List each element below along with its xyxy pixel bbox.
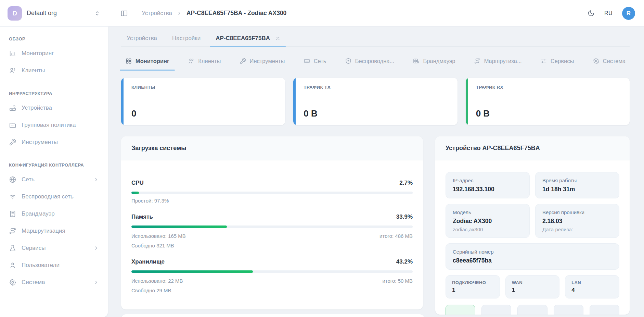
org-name: Default org <box>27 10 94 17</box>
firewall-doc-icon <box>9 210 16 218</box>
sidebar-nav: ОБЗОР Мониторинг Клиенты ИНФРАСТРУКТУРА … <box>0 27 108 291</box>
services-flask-icon <box>9 244 16 252</box>
nav-section-controller-config: КОНФИГУРАЦИЯ КОНТРОЛЛЕРА Сеть Беспроводн… <box>0 162 108 291</box>
sidebar-item-network[interactable]: Сеть <box>0 171 108 188</box>
content: Устройства Настройки AP-C8EEA65F75BA Мон… <box>108 27 644 317</box>
metric-percent: 43.2% <box>396 258 413 265</box>
info-label: Серийный номер <box>453 249 612 255</box>
close-icon[interactable] <box>275 36 280 41</box>
sidebar-item-label: Групповая политика <box>22 122 99 129</box>
sidebar-item-tools[interactable]: Инструменты <box>0 134 108 151</box>
tab-device-detail[interactable]: AP-C8EEA65F75BA <box>214 32 282 46</box>
sidebar-item-label: Сеть <box>22 176 88 183</box>
port-chip-inactive[interactable] <box>517 305 547 315</box>
next-panel-peek <box>121 314 424 317</box>
subtab-network[interactable]: Сеть <box>303 53 327 70</box>
wifi-icon <box>9 193 16 200</box>
dark-mode-moon-icon[interactable] <box>588 10 595 17</box>
group-policy-folder-icon <box>9 121 16 129</box>
subtab-label: Беспроводна... <box>355 58 395 64</box>
sidebar-item-label: Инструменты <box>22 139 99 146</box>
stat-accent-bar <box>293 78 296 125</box>
port-card-wan: WAN 1 <box>505 275 560 298</box>
system-gear-icon <box>9 279 16 286</box>
sidebar: D Default org ОБЗОР Мониторинг Клиенты <box>0 0 108 317</box>
port-chip-inactive[interactable] <box>590 305 619 315</box>
subtab-label: Брандмауэр <box>423 58 455 64</box>
sidebar-item-monitoring[interactable]: Мониторинг <box>0 45 108 62</box>
sidebar-item-system[interactable]: Система <box>0 274 108 291</box>
port-chips-row <box>446 305 619 315</box>
sidebar-item-wireless[interactable]: Беспроводная сеть <box>0 188 108 205</box>
sidebar-item-label: Клиенты <box>22 67 99 74</box>
sidebar-item-label: Маршрутизация <box>22 228 99 234</box>
breadcrumb: Устройства AP-C8EEA65F75BA - Zodiac AX30… <box>142 10 588 17</box>
nav-section-title: ОБЗОР <box>0 36 108 41</box>
nav-section-title: ИНФРАСТРУКТУРА <box>0 91 108 96</box>
subtab-bar: Мониторинг Клиенты Инструменты Сеть Бесп… <box>121 53 630 70</box>
tab-devices[interactable]: Устройства <box>125 32 158 46</box>
subtab-monitoring[interactable]: Мониторинг <box>125 53 170 70</box>
subtab-wireless[interactable]: Беспроводна... <box>344 53 395 70</box>
subtab-label: Сеть <box>314 58 326 64</box>
chevrons-up-down-icon <box>94 10 100 16</box>
sidebar-item-devices[interactable]: Устройства <box>0 99 108 117</box>
sidebar-item-services[interactable]: Сервисы <box>0 240 108 257</box>
metric-cpu: CPU 2.7% Простой: 97.3% <box>131 180 413 204</box>
app-root: D Default org ОБЗОР Мониторинг Клиенты <box>0 0 644 317</box>
sidebar-item-routing[interactable]: Маршрутизация <box>0 222 108 240</box>
info-label: Модель <box>453 209 523 215</box>
subtab-firewall[interactable]: Брандмауэр <box>412 53 456 70</box>
progress-bar-fill <box>131 270 253 273</box>
progress-bar-track <box>131 192 413 194</box>
tab-label: Настройки <box>172 35 201 42</box>
language-switcher[interactable]: RU <box>604 10 613 16</box>
firewall-icon <box>413 58 420 64</box>
sidebar-item-firewall[interactable]: Брандмауэр <box>0 205 108 222</box>
port-value: 1 <box>452 287 493 294</box>
sidebar-item-group-policy[interactable]: Групповая политика <box>0 117 108 134</box>
metric-name: CPU <box>131 180 144 186</box>
sidebar-item-users[interactable]: Пользователи <box>0 257 108 274</box>
metric-percent: 2.7% <box>399 180 413 186</box>
info-sub: zodiac,ax300 <box>453 227 523 232</box>
subtab-system[interactable]: Система <box>592 53 626 70</box>
sidebar-toggle-icon[interactable] <box>120 10 128 17</box>
port-chip-inactive[interactable] <box>481 305 511 315</box>
sidebar-item-label: Брандмауэр <box>22 210 99 217</box>
info-card-ip: IP-адрес 192.168.33.100 <box>446 172 530 198</box>
metric-free: Свободно 321 MB <box>131 243 413 248</box>
subtab-services[interactable]: Сервисы <box>540 53 575 70</box>
subtab-label: Сервисы <box>551 58 574 64</box>
panel-header: Устройство AP-C8EEA65F75BA <box>435 136 630 160</box>
user-avatar[interactable]: R <box>622 7 635 20</box>
tab-settings[interactable]: Настройки <box>171 32 202 46</box>
subtab-tools[interactable]: Инструменты <box>239 53 286 70</box>
dashboard-grid-icon <box>125 58 132 64</box>
breadcrumb-parent[interactable]: Устройства <box>142 10 172 17</box>
chevron-right-icon <box>93 280 99 285</box>
panel-body: CPU 2.7% Простой: 97.3% Память 33.9% <box>121 160 423 309</box>
topbar-actions: RU R <box>588 7 635 20</box>
routing-icon <box>474 58 481 64</box>
org-selector[interactable]: D Default org <box>0 0 108 27</box>
tools-wrench-icon <box>9 138 16 146</box>
stat-card-traffic-tx: ТРАФИК TX 0 B <box>293 78 457 125</box>
subtab-label: Маршрутиза... <box>484 58 522 64</box>
subtab-routing[interactable]: Маршрутиза... <box>473 53 523 70</box>
stat-title: КЛИЕНТЫ <box>131 85 277 90</box>
sidebar-item-clients[interactable]: Клиенты <box>0 62 108 79</box>
monitoring-chart-icon <box>9 50 16 57</box>
subtab-label: Клиенты <box>198 58 221 64</box>
info-value: Zodiac AX300 <box>453 218 523 225</box>
subtab-label: Инструменты <box>250 58 285 64</box>
info-sub: Дата релиза: — <box>542 227 612 232</box>
metric-memory: Память 33.9% Использовано: 165 MB итого:… <box>131 214 413 248</box>
port-chip-active[interactable] <box>446 305 475 315</box>
panel-title: Загрузка системы <box>131 145 413 152</box>
port-chip-inactive[interactable] <box>554 305 583 315</box>
info-label: Время работы <box>542 178 612 183</box>
sidebar-item-label: Мониторинг <box>22 50 99 57</box>
sidebar-item-label: Сервисы <box>22 245 88 252</box>
subtab-clients[interactable]: Клиенты <box>187 53 221 70</box>
